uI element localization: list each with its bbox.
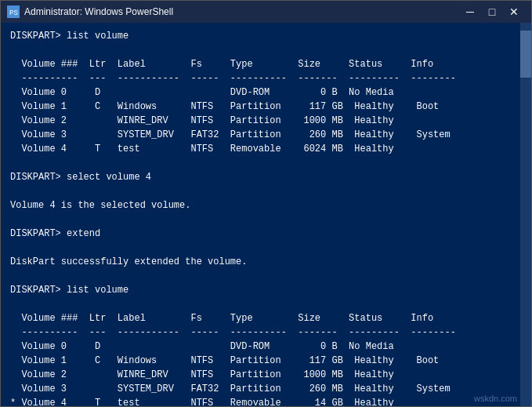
svg-text:PS: PS bbox=[9, 9, 18, 16]
scrollbar[interactable] bbox=[520, 23, 531, 406]
window-title: Administrator: Windows PowerShell bbox=[24, 6, 173, 17]
title-bar-left: PS Administrator: Windows PowerShell bbox=[7, 5, 173, 18]
minimize-button[interactable]: ─ bbox=[459, 1, 481, 23]
close-button[interactable]: ✕ bbox=[503, 1, 525, 23]
watermark: wskdn.com bbox=[474, 394, 517, 403]
title-bar: PS Administrator: Windows PowerShell ─ □… bbox=[1, 1, 531, 23]
powershell-icon: PS bbox=[7, 5, 20, 18]
terminal-content-area[interactable]: DISKPART> list volume Volume ### Ltr Lab… bbox=[1, 23, 531, 406]
scrollbar-thumb[interactable] bbox=[520, 31, 531, 78]
window-controls: ─ □ ✕ bbox=[459, 1, 525, 23]
maximize-button[interactable]: □ bbox=[481, 1, 503, 23]
powershell-window: PS Administrator: Windows PowerShell ─ □… bbox=[0, 0, 532, 407]
terminal-output: DISKPART> list volume Volume ### Ltr Lab… bbox=[10, 29, 522, 406]
